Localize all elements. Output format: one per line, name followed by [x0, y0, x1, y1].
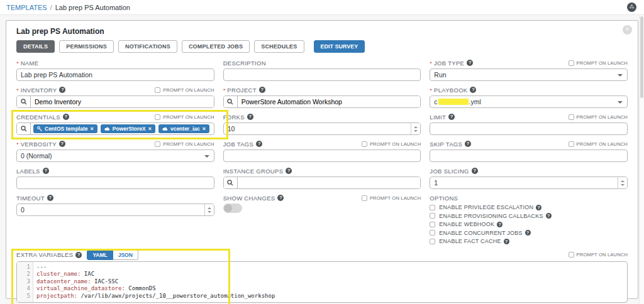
- limit-label: LIMIT: [430, 114, 446, 121]
- field-inventory: * INVENTORY ? PROMPT ON LAUNCH: [16, 86, 214, 108]
- skip-tags-input[interactable]: [430, 149, 628, 162]
- instance-groups-input[interactable]: [238, 177, 421, 188]
- tab-schedules[interactable]: SCHEDULES: [254, 40, 304, 53]
- page-background: Lab prep PS Automation × DETAILS PERMISS…: [0, 15, 644, 304]
- tab-completed-jobs[interactable]: COMPLETED JOBS: [182, 40, 250, 53]
- forks-input[interactable]: [223, 122, 421, 135]
- prompt-checkbox[interactable]: [569, 252, 574, 258]
- inventory-input[interactable]: [31, 96, 214, 107]
- timeout-input[interactable]: [16, 204, 214, 216]
- search-icon[interactable]: [17, 123, 31, 134]
- job-tags-input[interactable]: [223, 149, 421, 162]
- breadcrumb-templates-link[interactable]: TEMPLATES: [6, 4, 47, 11]
- option-fact-cache: ENABLE FACT CACHE ?: [430, 237, 628, 246]
- project-label: PROJECT: [227, 87, 256, 94]
- number-stepper[interactable]: [618, 177, 627, 188]
- remove-tag-icon[interactable]: ×: [203, 126, 206, 132]
- required-asterisk: *: [430, 87, 432, 94]
- help-icon[interactable]: ?: [546, 213, 552, 219]
- scrollbar-track[interactable]: [639, 15, 644, 304]
- number-stepper[interactable]: [411, 123, 420, 134]
- credential-tag[interactable]: vcenter_iac ×: [158, 124, 209, 133]
- page-title: Lab prep PS Automation: [16, 27, 628, 36]
- prompt-checkbox[interactable]: [155, 87, 160, 93]
- playbook-select[interactable]: c.yml: [430, 95, 628, 108]
- prompt-checkbox[interactable]: [362, 141, 367, 147]
- help-icon[interactable]: ?: [497, 222, 502, 227]
- prompt-checkbox[interactable]: [362, 195, 367, 201]
- tab-details[interactable]: DETAILS: [16, 40, 55, 53]
- prompt-checkbox[interactable]: [569, 141, 574, 147]
- search-icon[interactable]: [224, 96, 238, 107]
- limit-input[interactable]: [430, 122, 628, 135]
- help-icon[interactable]: ?: [525, 230, 531, 236]
- required-asterisk: *: [16, 60, 19, 67]
- number-stepper[interactable]: [204, 204, 214, 215]
- help-icon[interactable]: ?: [448, 114, 455, 120]
- show-changes-toggle[interactable]: [223, 204, 242, 213]
- search-icon[interactable]: [17, 96, 31, 107]
- job-type-select[interactable]: Run: [430, 68, 628, 81]
- prompt-label: PROMPT ON LAUNCH: [577, 114, 628, 120]
- help-icon[interactable]: ?: [277, 195, 284, 201]
- help-icon[interactable]: ?: [470, 87, 476, 93]
- edit-survey-button[interactable]: EDIT SURVEY: [314, 40, 365, 53]
- field-job-slicing: JOB SLICING ?: [430, 167, 628, 189]
- credential-tag[interactable]: PowerStoreX ×: [101, 124, 155, 133]
- toggle-knob: [224, 204, 232, 212]
- json-mode-button[interactable]: JSON: [113, 250, 138, 260]
- remove-tag-icon[interactable]: ×: [91, 126, 94, 132]
- show-changes-label: SHOW CHANGES: [223, 195, 275, 202]
- job-type-value: Run: [434, 71, 446, 79]
- search-icon[interactable]: [224, 177, 238, 188]
- prompt-checkbox[interactable]: [569, 60, 574, 66]
- remove-tag-icon[interactable]: ×: [148, 126, 152, 132]
- user-menu-icon[interactable]: ⁂: [627, 3, 636, 12]
- extra-variables-code-editor[interactable]: 1 2 3 4 5 --- cluster_name: IAC datacent…: [16, 261, 628, 303]
- verbosity-select[interactable]: 0 (Normal): [16, 149, 214, 162]
- option-checkbox[interactable]: [430, 205, 435, 210]
- option-checkbox[interactable]: [430, 230, 435, 236]
- prompt-checkbox[interactable]: [155, 141, 160, 147]
- help-icon[interactable]: ?: [75, 252, 82, 258]
- close-icon[interactable]: ×: [623, 25, 632, 35]
- help-icon[interactable]: ?: [465, 141, 471, 147]
- timeout-label: TIMEOUT: [16, 195, 45, 202]
- help-icon[interactable]: ?: [63, 114, 69, 120]
- tab-permissions[interactable]: PERMISSIONS: [59, 40, 114, 53]
- option-checkbox[interactable]: [430, 239, 435, 244]
- help-icon[interactable]: ?: [472, 168, 478, 174]
- scrollbar-thumb[interactable]: [640, 16, 643, 98]
- field-show-changes: SHOW CHANGES ? PROMPT ON LAUNCH: [223, 194, 421, 246]
- description-label: DESCRIPTION: [223, 60, 266, 67]
- prompt-checkbox[interactable]: [155, 114, 160, 120]
- name-input[interactable]: [16, 68, 214, 81]
- help-icon[interactable]: ?: [259, 87, 265, 93]
- chevron-down-icon: [204, 155, 209, 158]
- description-input[interactable]: [223, 68, 421, 81]
- help-icon[interactable]: ?: [256, 141, 262, 147]
- yaml-mode-button[interactable]: YAML: [87, 250, 113, 260]
- help-icon[interactable]: ?: [47, 195, 53, 201]
- required-asterisk: *: [430, 60, 432, 67]
- credential-tag-label: PowerStoreX: [113, 126, 146, 132]
- help-icon[interactable]: ?: [286, 168, 292, 174]
- tab-notifications[interactable]: NOTIFICATIONS: [118, 40, 177, 53]
- help-icon[interactable]: ?: [59, 141, 65, 147]
- labels-label: LABELS: [16, 168, 40, 175]
- help-icon[interactable]: ?: [247, 114, 253, 120]
- skip-tags-label: SKIP TAGS: [430, 141, 462, 148]
- help-icon[interactable]: ?: [43, 168, 49, 174]
- project-input[interactable]: [238, 96, 421, 107]
- help-icon[interactable]: ?: [59, 87, 65, 93]
- labels-input[interactable]: [16, 176, 214, 189]
- help-icon[interactable]: ?: [536, 205, 541, 210]
- help-icon[interactable]: ?: [504, 239, 509, 244]
- help-icon[interactable]: ?: [467, 60, 473, 66]
- option-checkbox[interactable]: [430, 213, 435, 219]
- option-checkbox[interactable]: [430, 222, 435, 227]
- playbook-value-suffix: .yml: [469, 98, 481, 106]
- prompt-checkbox[interactable]: [569, 114, 574, 120]
- credential-tag[interactable]: CentOS template ×: [33, 124, 97, 133]
- job-slicing-input[interactable]: [430, 176, 628, 189]
